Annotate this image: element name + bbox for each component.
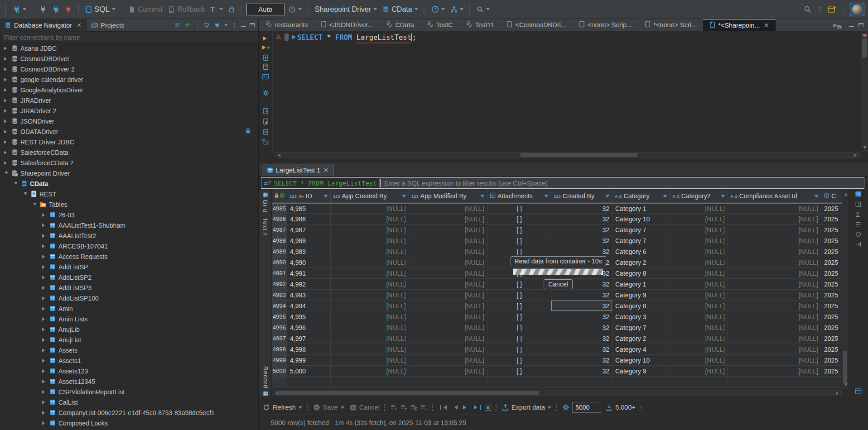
- cell-app-modified-by[interactable]: [NULL]: [409, 246, 487, 257]
- cell-category[interactable]: Category 6: [612, 246, 670, 257]
- column-dropdown-icon[interactable]: [814, 195, 819, 200]
- column-dropdown-icon[interactable]: [721, 195, 725, 200]
- tree-item-addlistsp3[interactable]: AddListSP3: [0, 282, 258, 293]
- open-file-button[interactable]: [259, 106, 272, 115]
- cell-attachments[interactable]: [ ]: [487, 322, 551, 333]
- scrollbar-thumb[interactable]: [521, 153, 637, 157]
- chevron-right-icon[interactable]: [41, 286, 48, 290]
- tree-item-anujlist[interactable]: AnujList: [0, 334, 258, 345]
- chevron-right-icon[interactable]: [41, 255, 48, 258]
- chevron-right-icon[interactable]: [41, 349, 48, 352]
- presentation-tab-grid[interactable]: Grid: [259, 190, 271, 215]
- view-menu-dots[interactable]: ⋮: [231, 22, 237, 29]
- cell-c[interactable]: 2025: [821, 366, 842, 376]
- row-header[interactable]: 4992: [272, 279, 287, 289]
- scrollbar-thumb[interactable]: [843, 351, 847, 383]
- plug-filter-icon[interactable]: [214, 22, 221, 29]
- cell-id[interactable]: 4,992: [287, 279, 331, 289]
- cell-category2[interactable]: [NULL]: [670, 225, 728, 235]
- cell-app-created-by[interactable]: [NULL]: [331, 311, 409, 322]
- transaction-history-button[interactable]: [287, 5, 303, 14]
- new-connection-button[interactable]: [11, 5, 28, 14]
- grid-horizontal-scrollbar[interactable]: [272, 390, 842, 396]
- cell-created-by[interactable]: 32: [551, 246, 612, 257]
- chevron-down-icon[interactable]: [299, 406, 302, 411]
- row-header[interactable]: 4988: [272, 235, 287, 246]
- cell-category[interactable]: Category 1: [612, 204, 670, 213]
- chevron-right-icon[interactable]: [41, 338, 48, 342]
- add-row-icon[interactable]: [400, 404, 408, 411]
- cell-app-created-by[interactable]: [NULL]: [331, 333, 409, 344]
- cell-app-created-by[interactable]: [NULL]: [331, 214, 409, 224]
- column-dropdown-icon[interactable]: [480, 195, 485, 200]
- cell-category2[interactable]: [NULL]: [670, 268, 728, 278]
- cell-c[interactable]: 2025: [821, 246, 842, 257]
- tree-item-callist[interactable]: CalList: [0, 397, 258, 407]
- chevron-right-icon[interactable]: [41, 307, 48, 311]
- cell-id[interactable]: 4,996: [287, 322, 331, 333]
- cell-compliance-asset-id[interactable]: [NULL]: [728, 366, 821, 376]
- cell-app-modified-by[interactable]: [NULL]: [409, 204, 487, 213]
- cell-id[interactable]: 4,988: [287, 235, 331, 246]
- cell-app-modified-by[interactable]: [NULL]: [409, 214, 487, 224]
- chevron-right-icon[interactable]: [3, 161, 10, 165]
- tree-item-assets123[interactable]: Assets123: [0, 366, 258, 376]
- cell-compliance-asset-id[interactable]: [NULL]: [728, 279, 821, 289]
- editor-tab-test11[interactable]: Test11: [459, 19, 501, 31]
- tree-item-cspviolationreportlist[interactable]: CSPViolationReportList: [0, 387, 258, 397]
- cell-category[interactable]: Category 7: [612, 322, 670, 333]
- cancel-edit-icon[interactable]: [350, 404, 357, 411]
- chevron-right-icon[interactable]: [3, 151, 10, 154]
- scroll-down-icon[interactable]: [844, 383, 848, 388]
- results-filter-bar[interactable]: ⇄T SELECT * FROM LargeListTest Enter a S…: [261, 177, 864, 189]
- cell-app-created-by[interactable]: [NULL]: [331, 235, 409, 246]
- grid-vertical-scrollbar[interactable]: [842, 190, 848, 389]
- row-header[interactable]: 4990: [272, 257, 287, 268]
- cell-attachments[interactable]: [ ]: [487, 311, 551, 322]
- cell-attachments[interactable]: [ ]: [487, 204, 551, 213]
- new-window-button[interactable]: [826, 5, 838, 14]
- execute-script-button[interactable]: [259, 53, 272, 62]
- results-menu-dots[interactable]: ⋮: [638, 404, 644, 411]
- editor-tab-none-scri[interactable]: *<none> Scri...: [638, 19, 703, 31]
- cell-c[interactable]: 2025: [821, 301, 842, 311]
- tree-item-cdata[interactable]: CData: [0, 178, 258, 189]
- row-header[interactable]: 4991: [272, 268, 287, 278]
- record-panel-icon[interactable]: [855, 388, 862, 395]
- tree-item-assets1[interactable]: Assets1: [0, 355, 258, 366]
- cell-app-modified-by[interactable]: [NULL]: [409, 366, 487, 376]
- select-row-icon[interactable]: [485, 405, 491, 411]
- chevron-right-icon[interactable]: [3, 109, 10, 113]
- column-dropdown-icon[interactable]: [544, 195, 549, 200]
- global-search-button[interactable]: [802, 5, 813, 14]
- link-with-editor-icon[interactable]: [184, 23, 191, 28]
- chevron-down-icon[interactable]: [12, 181, 19, 186]
- cell-compliance-asset-id[interactable]: [NULL]: [728, 257, 821, 268]
- scroll-up-icon[interactable]: [844, 191, 848, 196]
- chevron-down-icon[interactable]: [3, 170, 10, 176]
- execute-new-tab-button[interactable]: +: [259, 43, 272, 52]
- cell-category2[interactable]: [NULL]: [670, 301, 728, 311]
- cell-attachments[interactable]: [ ]: [487, 355, 551, 365]
- cell-category[interactable]: Category 7: [612, 225, 670, 235]
- rollback-button[interactable]: Rollback: [167, 5, 206, 14]
- tree-item-googleanalyticsdriver[interactable]: GoogleAnalyticsDriver: [0, 85, 258, 95]
- tree-item-amin[interactable]: Amin: [0, 303, 258, 314]
- cell-id[interactable]: 5,000: [287, 366, 331, 376]
- tree-item-cosmosdbdriver[interactable]: CosmosDBDriver: [0, 53, 258, 64]
- grouping-icon[interactable]: [855, 221, 861, 227]
- cell-compliance-asset-id[interactable]: [NULL]: [728, 225, 821, 235]
- cell-app-modified-by[interactable]: [NULL]: [409, 290, 487, 300]
- fetch-all-icon[interactable]: [606, 404, 612, 411]
- sql-editor[interactable]: + ····: [259, 31, 868, 163]
- cell-compliance-asset-id[interactable]: [NULL]: [728, 322, 821, 333]
- cell-compliance-asset-id[interactable]: [NULL]: [728, 311, 821, 322]
- scrollbar-thumb[interactable]: [277, 391, 539, 395]
- chevron-right-icon[interactable]: [3, 67, 10, 71]
- cell-compliance-asset-id[interactable]: [NULL]: [728, 246, 821, 257]
- cell-c[interactable]: 2025: [821, 344, 842, 354]
- cell-compliance-asset-id[interactable]: [NULL]: [728, 290, 821, 300]
- chevron-right-icon[interactable]: [3, 88, 10, 92]
- editor-horizontal-scrollbar[interactable]: [275, 152, 860, 158]
- row-count-label[interactable]: 5,000+: [615, 404, 636, 411]
